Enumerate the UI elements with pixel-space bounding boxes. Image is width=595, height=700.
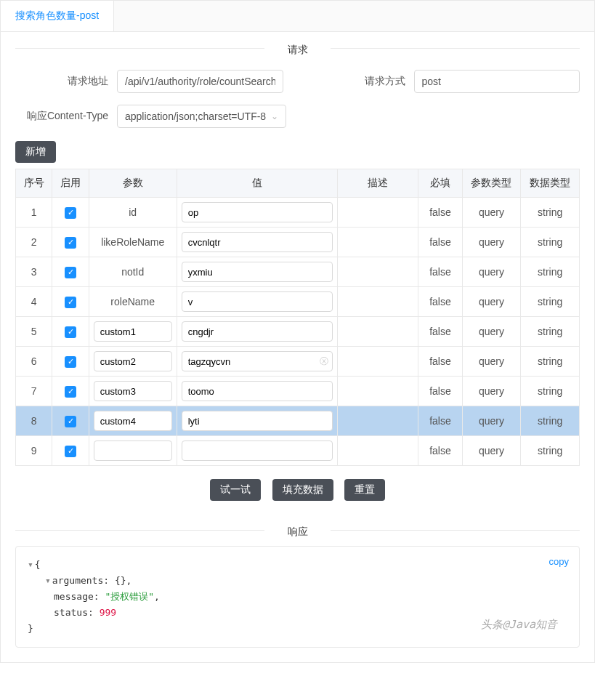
param-type-cell: query xyxy=(462,347,521,377)
param-input[interactable] xyxy=(94,351,172,371)
desc-cell xyxy=(338,406,418,436)
request-section-title: 请求 xyxy=(1,32,594,64)
json-key: status xyxy=(54,607,88,618)
response-section-title: 响应 xyxy=(1,514,594,546)
content-type-label: 响应Content-Type xyxy=(15,110,117,123)
enable-checkbox[interactable]: ✓ xyxy=(65,356,76,368)
enable-checkbox[interactable]: ✓ xyxy=(65,297,76,308)
value-input[interactable] xyxy=(182,321,333,342)
seq-cell: 6 xyxy=(16,347,52,377)
table-row[interactable]: 8 ✓ false query string xyxy=(16,406,580,436)
param-type-cell: query xyxy=(462,228,521,257)
enable-checkbox[interactable]: ✓ xyxy=(65,237,76,249)
content-type-value: application/json;charset=UTF-8 xyxy=(125,110,266,122)
enable-checkbox[interactable]: ✓ xyxy=(65,416,76,427)
param-type-cell: query xyxy=(462,406,521,436)
required-cell: false xyxy=(418,257,462,287)
json-value: "授权错误" xyxy=(105,591,154,602)
response-box: copy ▾{ ▾arguments: {}, message: "授权错误",… xyxy=(15,546,580,648)
desc-cell xyxy=(338,377,418,406)
table-row[interactable]: 5 ✓ false query string xyxy=(16,317,580,347)
param-type-cell: query xyxy=(462,287,521,317)
param-text: likeRoleName xyxy=(101,236,164,248)
add-button[interactable]: 新增 xyxy=(15,141,56,163)
required-cell: false xyxy=(418,377,462,406)
value-input[interactable] xyxy=(182,232,333,252)
param-text: notId xyxy=(121,266,144,278)
table-row[interactable]: 6 ✓ ⓧ false query string xyxy=(16,347,580,377)
param-input[interactable] xyxy=(94,411,172,431)
desc-cell xyxy=(338,317,418,347)
url-input[interactable] xyxy=(117,70,283,93)
value-input[interactable] xyxy=(182,262,333,282)
collapse-icon[interactable]: ▾ xyxy=(45,575,51,586)
collapse-icon[interactable]: ▾ xyxy=(28,559,33,570)
data-type-cell: string xyxy=(521,317,580,347)
table-row[interactable]: 4 ✓ roleName false query string xyxy=(16,287,580,317)
desc-cell xyxy=(338,228,418,257)
seq-cell: 1 xyxy=(16,198,52,228)
url-label: 请求地址 xyxy=(15,75,117,88)
seq-cell: 3 xyxy=(16,257,52,287)
seq-cell: 9 xyxy=(16,436,52,466)
value-input[interactable] xyxy=(182,440,333,461)
data-type-cell: string xyxy=(521,406,580,436)
param-input[interactable] xyxy=(94,440,172,461)
param-text: id xyxy=(129,206,137,218)
col-value: 值 xyxy=(177,169,338,198)
value-input[interactable] xyxy=(182,381,333,401)
seq-cell: 7 xyxy=(16,377,52,406)
col-param-type: 参数类型 xyxy=(462,169,521,198)
method-input[interactable] xyxy=(414,70,580,93)
required-cell: false xyxy=(418,198,462,228)
col-required: 必填 xyxy=(418,169,462,198)
table-row[interactable]: 7 ✓ false query string xyxy=(16,377,580,406)
enable-checkbox[interactable]: ✓ xyxy=(65,267,76,278)
tab-active[interactable]: 搜索角色数量-post xyxy=(1,1,114,31)
col-enable: 启用 xyxy=(52,169,89,198)
action-bar: 试一试 填充数据 重置 xyxy=(1,466,594,514)
data-type-cell: string xyxy=(521,198,580,228)
required-cell: false xyxy=(418,347,462,377)
json-key: message xyxy=(54,591,94,602)
required-cell: false xyxy=(418,228,462,257)
enable-checkbox[interactable]: ✓ xyxy=(65,446,76,457)
value-input[interactable] xyxy=(182,291,333,312)
required-cell: false xyxy=(418,406,462,436)
enable-checkbox[interactable]: ✓ xyxy=(65,386,76,398)
seq-cell: 4 xyxy=(16,287,52,317)
method-label: 请求方式 xyxy=(312,75,414,88)
data-type-cell: string xyxy=(521,228,580,257)
seq-cell: 2 xyxy=(16,228,52,257)
params-table: 序号 启用 参数 值 描述 必填 参数类型 数据类型 1 ✓ id false … xyxy=(15,169,580,466)
param-type-cell: query xyxy=(462,377,521,406)
content-type-select[interactable]: application/json;charset=UTF-8 ⌄ xyxy=(117,105,286,128)
param-type-cell: query xyxy=(462,317,521,347)
param-input[interactable] xyxy=(94,321,172,342)
desc-cell xyxy=(338,257,418,287)
data-type-cell: string xyxy=(521,436,580,466)
fill-button[interactable]: 填充数据 xyxy=(272,479,333,501)
desc-cell xyxy=(338,287,418,317)
param-input[interactable] xyxy=(94,381,172,401)
enable-checkbox[interactable]: ✓ xyxy=(65,326,76,338)
chevron-down-icon: ⌄ xyxy=(271,111,278,121)
data-type-cell: string xyxy=(521,257,580,287)
col-desc: 描述 xyxy=(338,169,418,198)
table-row[interactable]: 1 ✓ id false query string xyxy=(16,198,580,228)
clear-icon[interactable]: ⓧ xyxy=(320,355,328,368)
table-row[interactable]: 2 ✓ likeRoleName false query string xyxy=(16,228,580,257)
desc-cell xyxy=(338,347,418,377)
reset-button[interactable]: 重置 xyxy=(344,479,385,501)
try-button[interactable]: 试一试 xyxy=(210,479,261,501)
desc-cell xyxy=(338,436,418,466)
param-type-cell: query xyxy=(462,257,521,287)
table-row[interactable]: 3 ✓ notId false query string xyxy=(16,257,580,287)
required-cell: false xyxy=(418,436,462,466)
enable-checkbox[interactable]: ✓ xyxy=(65,207,76,219)
value-input[interactable] xyxy=(182,202,333,222)
value-input[interactable] xyxy=(182,411,333,431)
copy-link[interactable]: copy xyxy=(549,554,569,570)
value-input[interactable] xyxy=(182,351,333,371)
table-row[interactable]: 9 ✓ false query string xyxy=(16,436,580,466)
